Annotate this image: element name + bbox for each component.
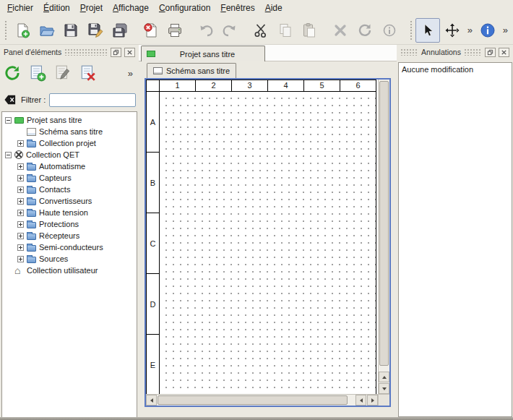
move-icon bbox=[444, 22, 460, 38]
tree-item-collection-projet[interactable]: Collection projet bbox=[2, 137, 137, 149]
toolbar-drag-handle[interactable] bbox=[4, 20, 8, 40]
scrollbar-corner bbox=[378, 394, 389, 406]
tab-projet-sans-titre[interactable]: Projet sans titre bbox=[141, 46, 265, 61]
pan-mode-button[interactable] bbox=[440, 18, 465, 43]
toolbar-overflow-button-2[interactable]: » bbox=[500, 25, 511, 35]
expand-expander-icon[interactable] bbox=[17, 140, 24, 147]
scroll-up-button[interactable] bbox=[379, 372, 389, 382]
tree-item-collection-utilisateur[interactable]: Collection utilisateur bbox=[2, 265, 137, 276]
open-project-button[interactable] bbox=[35, 18, 59, 43]
paste-button[interactable] bbox=[298, 18, 322, 43]
tree-item-schema-sans-titre[interactable]: Schéma sans titre bbox=[2, 126, 137, 137]
menu-configuration[interactable]: Configuration bbox=[154, 1, 215, 15]
expand-expander-icon[interactable] bbox=[17, 210, 24, 216]
print-button[interactable] bbox=[163, 18, 187, 43]
expand-expander-icon[interactable] bbox=[17, 163, 24, 170]
tree-item-protections[interactable]: Protections bbox=[2, 218, 137, 230]
expand-expander-icon[interactable] bbox=[17, 175, 24, 181]
panel-toolbar-overflow-button[interactable]: » bbox=[128, 68, 137, 79]
tree-item-sources[interactable]: Sources bbox=[2, 253, 137, 265]
undo-panel-dock: Annulations Aucune modification bbox=[397, 45, 513, 420]
toolbar-overflow-button[interactable]: » bbox=[465, 25, 475, 35]
delete-button[interactable] bbox=[328, 18, 353, 43]
cut-button[interactable] bbox=[249, 18, 273, 43]
expand-expander-icon[interactable] bbox=[17, 198, 24, 205]
collapse-expander-icon[interactable] bbox=[5, 117, 12, 124]
tree-item-collection-qet[interactable]: Collection QET bbox=[2, 149, 137, 160]
rotate-button[interactable] bbox=[353, 18, 377, 43]
filter-input[interactable] bbox=[49, 93, 136, 107]
undo-panel-header[interactable]: Annulations bbox=[398, 46, 512, 58]
horizontal-scrollbar[interactable] bbox=[146, 394, 378, 406]
filter-label: Filtrer : bbox=[21, 95, 46, 104]
close-panel-button[interactable] bbox=[124, 48, 135, 57]
scroll-down-button[interactable] bbox=[379, 383, 389, 394]
diagram-canvas[interactable] bbox=[160, 92, 376, 394]
vertical-scrollbar[interactable] bbox=[378, 80, 389, 394]
scroll-left-button[interactable] bbox=[146, 395, 157, 406]
scroll-left-button-2[interactable] bbox=[355, 395, 366, 406]
tree-item-recepteurs[interactable]: Récepteurs bbox=[2, 230, 137, 241]
diagram-info-button[interactable] bbox=[377, 18, 402, 43]
horizontal-scrollbar-thumb[interactable] bbox=[158, 395, 348, 405]
diagram-view: 1 2 3 4 5 6 A B C D E bbox=[145, 78, 391, 407]
elements-panel-toolbar: » bbox=[1, 60, 137, 86]
undo-button[interactable] bbox=[194, 18, 218, 43]
clear-filter-button[interactable] bbox=[3, 93, 17, 106]
close-project-button[interactable] bbox=[138, 18, 163, 43]
float-panel-button[interactable] bbox=[111, 48, 121, 57]
expand-expander-icon[interactable] bbox=[17, 187, 24, 193]
delete-element-button[interactable] bbox=[77, 62, 99, 84]
dock-drag-handle[interactable] bbox=[464, 48, 482, 56]
tab-schema-sans-titre[interactable]: Schéma sans titre bbox=[147, 63, 236, 78]
undo-history-list[interactable]: Aucune modification bbox=[398, 62, 512, 417]
row-header: E bbox=[146, 335, 160, 394]
dock-drag-handle[interactable] bbox=[400, 48, 418, 56]
mdi-workspace: Projet sans titre Schéma sans titre 1 2 bbox=[139, 45, 397, 420]
close-panel-button[interactable] bbox=[499, 48, 509, 57]
tree-item-automatisme[interactable]: Automatisme bbox=[2, 160, 137, 172]
edit-element-button[interactable] bbox=[52, 62, 74, 84]
new-document-button[interactable] bbox=[10, 18, 35, 43]
select-mode-button[interactable] bbox=[415, 18, 440, 43]
about-qet-button[interactable] bbox=[475, 18, 500, 43]
menu-edition[interactable]: Édition bbox=[38, 1, 75, 15]
menu-projet[interactable]: Projet bbox=[75, 1, 108, 15]
redo-button[interactable] bbox=[218, 18, 243, 43]
tree-item-convertisseurs[interactable]: Convertisseurs bbox=[2, 195, 137, 207]
project-icon bbox=[147, 51, 155, 57]
folder-icon bbox=[27, 233, 36, 240]
save-button[interactable] bbox=[59, 18, 83, 43]
save-as-button[interactable] bbox=[83, 18, 108, 43]
copy-button[interactable] bbox=[273, 18, 298, 43]
menu-affichage[interactable]: Affichage bbox=[108, 1, 154, 15]
float-panel-button[interactable] bbox=[485, 48, 496, 57]
collapse-expander-icon[interactable] bbox=[5, 152, 12, 158]
tree-item-semi-conducteurs[interactable]: Semi-conducteurs bbox=[2, 241, 137, 253]
tree-item-capteurs[interactable]: Capteurs bbox=[2, 172, 137, 184]
arrow-right-icon bbox=[371, 398, 374, 403]
folder-icon bbox=[27, 141, 36, 147]
expand-expander-icon[interactable] bbox=[17, 244, 24, 251]
menu-fichier[interactable]: Fichier bbox=[2, 1, 38, 15]
elements-panel-header[interactable]: Panel d'éléments bbox=[1, 46, 137, 58]
expand-expander-icon[interactable] bbox=[17, 256, 24, 262]
tree-item-haute-tension[interactable]: Haute tension bbox=[2, 207, 137, 218]
diagram-viewport: 1 2 3 4 5 6 A B C D E bbox=[146, 80, 378, 394]
new-element-button[interactable] bbox=[27, 62, 48, 84]
save-all-button[interactable] bbox=[108, 18, 132, 43]
expand-expander-icon[interactable] bbox=[17, 233, 24, 239]
row-headers: A B C D E bbox=[146, 92, 160, 394]
scroll-right-button[interactable] bbox=[367, 395, 378, 406]
tree-item-contacts[interactable]: Contacts bbox=[2, 184, 137, 195]
reload-collections-button[interactable] bbox=[1, 62, 23, 84]
undo-icon bbox=[198, 22, 214, 38]
toolbar-drag-handle[interactable] bbox=[410, 20, 413, 40]
dock-drag-handle[interactable] bbox=[64, 48, 108, 56]
menu-aide[interactable]: Aide bbox=[260, 1, 288, 15]
redo-icon bbox=[222, 22, 238, 38]
menu-fenetres[interactable]: Fenêtres bbox=[215, 1, 259, 15]
expand-expander-icon[interactable] bbox=[17, 221, 24, 228]
tree-item-projet-sans-titre[interactable]: Projet sans titre bbox=[2, 114, 137, 126]
vertical-scrollbar-thumb[interactable] bbox=[379, 81, 389, 366]
